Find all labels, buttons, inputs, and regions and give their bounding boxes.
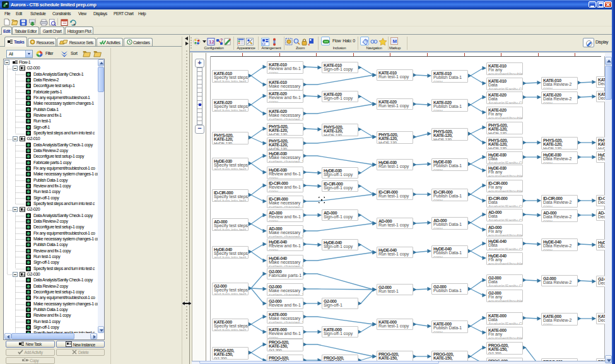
svg-text:?: ? <box>220 38 223 42</box>
svg-text:12: 12 <box>209 39 214 45</box>
